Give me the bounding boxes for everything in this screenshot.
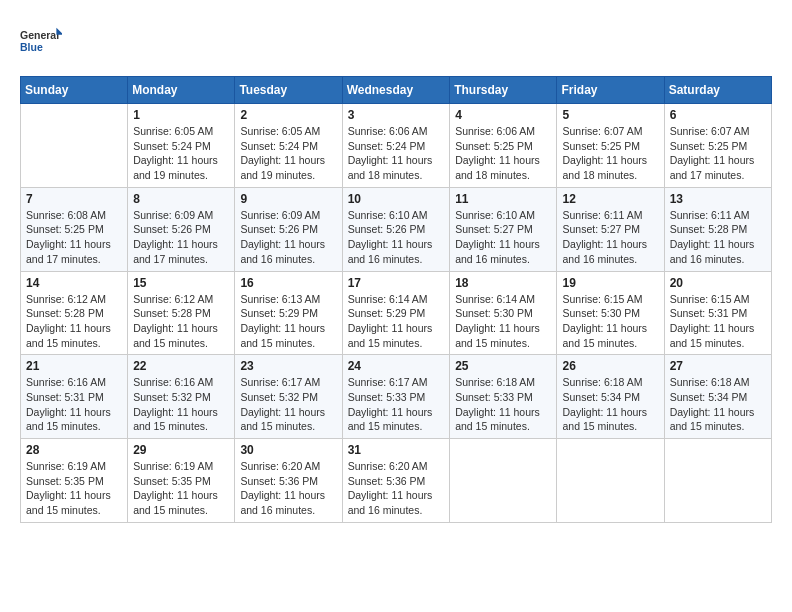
svg-text:General: General <box>20 29 59 41</box>
day-info: Sunrise: 6:10 AMSunset: 5:26 PMDaylight:… <box>348 208 445 267</box>
day-number: 3 <box>348 108 445 122</box>
weekday-header-wednesday: Wednesday <box>342 77 450 104</box>
day-number: 4 <box>455 108 551 122</box>
calendar-week-row: 1Sunrise: 6:05 AMSunset: 5:24 PMDaylight… <box>21 104 772 188</box>
calendar-cell: 18Sunrise: 6:14 AMSunset: 5:30 PMDayligh… <box>450 271 557 355</box>
weekday-header-tuesday: Tuesday <box>235 77 342 104</box>
weekday-header-monday: Monday <box>128 77 235 104</box>
day-number: 25 <box>455 359 551 373</box>
day-info: Sunrise: 6:10 AMSunset: 5:27 PMDaylight:… <box>455 208 551 267</box>
calendar-cell: 24Sunrise: 6:17 AMSunset: 5:33 PMDayligh… <box>342 355 450 439</box>
day-info: Sunrise: 6:18 AMSunset: 5:33 PMDaylight:… <box>455 375 551 434</box>
day-info: Sunrise: 6:13 AMSunset: 5:29 PMDaylight:… <box>240 292 336 351</box>
day-info: Sunrise: 6:11 AMSunset: 5:27 PMDaylight:… <box>562 208 658 267</box>
calendar-cell: 1Sunrise: 6:05 AMSunset: 5:24 PMDaylight… <box>128 104 235 188</box>
day-info: Sunrise: 6:15 AMSunset: 5:31 PMDaylight:… <box>670 292 766 351</box>
logo-svg: General Blue <box>20 20 62 62</box>
day-info: Sunrise: 6:19 AMSunset: 5:35 PMDaylight:… <box>26 459 122 518</box>
svg-marker-2 <box>56 28 62 35</box>
day-number: 23 <box>240 359 336 373</box>
calendar-cell: 9Sunrise: 6:09 AMSunset: 5:26 PMDaylight… <box>235 187 342 271</box>
day-number: 7 <box>26 192 122 206</box>
calendar-week-row: 7Sunrise: 6:08 AMSunset: 5:25 PMDaylight… <box>21 187 772 271</box>
calendar-cell <box>450 439 557 523</box>
weekday-header-saturday: Saturday <box>664 77 771 104</box>
day-number: 16 <box>240 276 336 290</box>
calendar-cell: 11Sunrise: 6:10 AMSunset: 5:27 PMDayligh… <box>450 187 557 271</box>
calendar-cell <box>21 104 128 188</box>
weekday-header-thursday: Thursday <box>450 77 557 104</box>
day-number: 5 <box>562 108 658 122</box>
day-number: 17 <box>348 276 445 290</box>
day-number: 14 <box>26 276 122 290</box>
day-info: Sunrise: 6:19 AMSunset: 5:35 PMDaylight:… <box>133 459 229 518</box>
calendar-cell: 26Sunrise: 6:18 AMSunset: 5:34 PMDayligh… <box>557 355 664 439</box>
calendar-cell: 15Sunrise: 6:12 AMSunset: 5:28 PMDayligh… <box>128 271 235 355</box>
calendar-cell: 16Sunrise: 6:13 AMSunset: 5:29 PMDayligh… <box>235 271 342 355</box>
day-number: 21 <box>26 359 122 373</box>
day-info: Sunrise: 6:11 AMSunset: 5:28 PMDaylight:… <box>670 208 766 267</box>
day-info: Sunrise: 6:15 AMSunset: 5:30 PMDaylight:… <box>562 292 658 351</box>
logo: General Blue <box>20 20 62 62</box>
day-number: 22 <box>133 359 229 373</box>
day-number: 9 <box>240 192 336 206</box>
calendar-cell: 20Sunrise: 6:15 AMSunset: 5:31 PMDayligh… <box>664 271 771 355</box>
day-number: 24 <box>348 359 445 373</box>
day-number: 15 <box>133 276 229 290</box>
day-number: 30 <box>240 443 336 457</box>
calendar-cell: 7Sunrise: 6:08 AMSunset: 5:25 PMDaylight… <box>21 187 128 271</box>
calendar-cell: 10Sunrise: 6:10 AMSunset: 5:26 PMDayligh… <box>342 187 450 271</box>
calendar-header-row: SundayMondayTuesdayWednesdayThursdayFrid… <box>21 77 772 104</box>
day-info: Sunrise: 6:12 AMSunset: 5:28 PMDaylight:… <box>26 292 122 351</box>
day-number: 20 <box>670 276 766 290</box>
day-info: Sunrise: 6:05 AMSunset: 5:24 PMDaylight:… <box>240 124 336 183</box>
calendar-week-row: 14Sunrise: 6:12 AMSunset: 5:28 PMDayligh… <box>21 271 772 355</box>
calendar-cell: 12Sunrise: 6:11 AMSunset: 5:27 PMDayligh… <box>557 187 664 271</box>
calendar-cell: 21Sunrise: 6:16 AMSunset: 5:31 PMDayligh… <box>21 355 128 439</box>
page-header: General Blue <box>20 20 772 62</box>
day-info: Sunrise: 6:20 AMSunset: 5:36 PMDaylight:… <box>240 459 336 518</box>
calendar-cell: 14Sunrise: 6:12 AMSunset: 5:28 PMDayligh… <box>21 271 128 355</box>
day-info: Sunrise: 6:07 AMSunset: 5:25 PMDaylight:… <box>670 124 766 183</box>
day-info: Sunrise: 6:07 AMSunset: 5:25 PMDaylight:… <box>562 124 658 183</box>
day-number: 6 <box>670 108 766 122</box>
day-info: Sunrise: 6:08 AMSunset: 5:25 PMDaylight:… <box>26 208 122 267</box>
calendar-cell: 22Sunrise: 6:16 AMSunset: 5:32 PMDayligh… <box>128 355 235 439</box>
day-info: Sunrise: 6:16 AMSunset: 5:32 PMDaylight:… <box>133 375 229 434</box>
calendar-cell: 3Sunrise: 6:06 AMSunset: 5:24 PMDaylight… <box>342 104 450 188</box>
day-number: 18 <box>455 276 551 290</box>
calendar-cell: 13Sunrise: 6:11 AMSunset: 5:28 PMDayligh… <box>664 187 771 271</box>
day-number: 12 <box>562 192 658 206</box>
calendar-cell: 29Sunrise: 6:19 AMSunset: 5:35 PMDayligh… <box>128 439 235 523</box>
day-info: Sunrise: 6:06 AMSunset: 5:25 PMDaylight:… <box>455 124 551 183</box>
day-info: Sunrise: 6:14 AMSunset: 5:30 PMDaylight:… <box>455 292 551 351</box>
day-number: 10 <box>348 192 445 206</box>
calendar-cell: 25Sunrise: 6:18 AMSunset: 5:33 PMDayligh… <box>450 355 557 439</box>
day-info: Sunrise: 6:16 AMSunset: 5:31 PMDaylight:… <box>26 375 122 434</box>
day-number: 28 <box>26 443 122 457</box>
calendar-table: SundayMondayTuesdayWednesdayThursdayFrid… <box>20 76 772 523</box>
calendar-cell: 4Sunrise: 6:06 AMSunset: 5:25 PMDaylight… <box>450 104 557 188</box>
day-info: Sunrise: 6:18 AMSunset: 5:34 PMDaylight:… <box>562 375 658 434</box>
day-number: 27 <box>670 359 766 373</box>
day-info: Sunrise: 6:17 AMSunset: 5:32 PMDaylight:… <box>240 375 336 434</box>
calendar-cell: 31Sunrise: 6:20 AMSunset: 5:36 PMDayligh… <box>342 439 450 523</box>
day-info: Sunrise: 6:12 AMSunset: 5:28 PMDaylight:… <box>133 292 229 351</box>
calendar-cell <box>557 439 664 523</box>
day-info: Sunrise: 6:05 AMSunset: 5:24 PMDaylight:… <box>133 124 229 183</box>
day-number: 1 <box>133 108 229 122</box>
day-number: 26 <box>562 359 658 373</box>
weekday-header-sunday: Sunday <box>21 77 128 104</box>
calendar-cell: 17Sunrise: 6:14 AMSunset: 5:29 PMDayligh… <box>342 271 450 355</box>
day-number: 29 <box>133 443 229 457</box>
weekday-header-friday: Friday <box>557 77 664 104</box>
calendar-cell: 2Sunrise: 6:05 AMSunset: 5:24 PMDaylight… <box>235 104 342 188</box>
calendar-cell: 8Sunrise: 6:09 AMSunset: 5:26 PMDaylight… <box>128 187 235 271</box>
svg-text:Blue: Blue <box>20 42 43 54</box>
calendar-cell: 23Sunrise: 6:17 AMSunset: 5:32 PMDayligh… <box>235 355 342 439</box>
day-info: Sunrise: 6:17 AMSunset: 5:33 PMDaylight:… <box>348 375 445 434</box>
calendar-body: 1Sunrise: 6:05 AMSunset: 5:24 PMDaylight… <box>21 104 772 523</box>
day-number: 11 <box>455 192 551 206</box>
day-number: 19 <box>562 276 658 290</box>
calendar-cell: 5Sunrise: 6:07 AMSunset: 5:25 PMDaylight… <box>557 104 664 188</box>
